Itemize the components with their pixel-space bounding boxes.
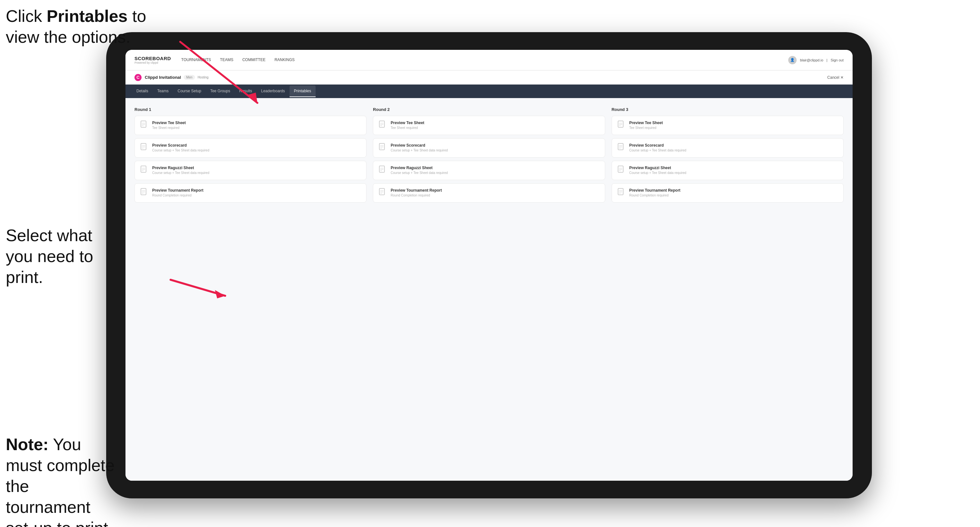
- round-2-tee-sheet-title: Preview Tee Sheet: [391, 121, 600, 125]
- svg-rect-48: [618, 189, 623, 195]
- round-1-tournament-report-subtitle: Round Completion required: [152, 194, 361, 197]
- svg-rect-20: [379, 121, 385, 127]
- round-1-raguzzi-card[interactable]: Preview Raguzzi Sheet Course setup + Tee…: [135, 161, 366, 180]
- svg-rect-16: [141, 189, 146, 195]
- round-1-scorecard-subtitle: Course setup + Tee Sheet data required: [152, 149, 361, 152]
- round-3-tournament-report-info: Preview Tournament Report Round Completi…: [629, 188, 838, 197]
- round-3-section: Round 3 Preview Tee Sheet Tee Sheet requ…: [612, 107, 843, 206]
- round-3-tournament-report-card[interactable]: Preview Tournament Report Round Completi…: [612, 183, 843, 203]
- document-icon-5: [379, 121, 387, 130]
- svg-rect-28: [379, 166, 385, 172]
- svg-marker-1: [248, 93, 258, 103]
- svg-rect-36: [618, 121, 623, 127]
- document-icon-12: [617, 188, 625, 198]
- round-2-tournament-report-title: Preview Tournament Report: [391, 188, 600, 193]
- document-icon-11: [617, 166, 625, 175]
- round-3-raguzzi-info: Preview Raguzzi Sheet Course setup + Tee…: [629, 166, 838, 175]
- nav-links: TOURNAMENTS TEAMS COMMITTEE RANKINGS: [181, 56, 788, 64]
- round-1-raguzzi-title: Preview Raguzzi Sheet: [152, 166, 361, 170]
- tab-printables[interactable]: Printables: [290, 86, 316, 97]
- round-2-raguzzi-subtitle: Course setup + Tee Sheet data required: [391, 171, 600, 175]
- round-1-scorecard-title: Preview Scorecard: [152, 143, 361, 148]
- round-3-tee-sheet-card[interactable]: Preview Tee Sheet Tee Sheet required: [612, 116, 843, 135]
- round-3-tee-sheet-subtitle: Tee Sheet required: [629, 126, 838, 130]
- document-icon-10: [617, 143, 625, 153]
- document-icon-7: [379, 166, 387, 175]
- svg-rect-44: [618, 166, 623, 172]
- round-1-tournament-report-info: Preview Tournament Report Round Completi…: [152, 188, 361, 197]
- instruction-middle: Select what you need to print.: [6, 225, 109, 288]
- svg-rect-8: [141, 143, 146, 150]
- document-icon-3: [140, 166, 148, 175]
- round-3-tournament-report-subtitle: Round Completion required: [629, 194, 838, 197]
- nav-rankings[interactable]: RANKINGS: [274, 56, 295, 64]
- document-icon-8: [379, 188, 387, 198]
- round-1-tournament-report-card[interactable]: Preview Tournament Report Round Completi…: [135, 183, 366, 203]
- instruction-bottom-text: Note: You must complete the tournament s…: [6, 435, 115, 527]
- round-3-tee-sheet-title: Preview Tee Sheet: [629, 121, 838, 125]
- user-avatar: 👤: [788, 56, 797, 64]
- document-icon-4: [140, 188, 148, 198]
- round-3-raguzzi-subtitle: Course setup + Tee Sheet data required: [629, 171, 838, 175]
- round-2-tournament-report-card[interactable]: Preview Tournament Report Round Completi…: [373, 183, 605, 203]
- separator: |: [827, 58, 827, 62]
- round-2-scorecard-card[interactable]: Preview Scorecard Course setup + Tee She…: [373, 138, 605, 157]
- round-2-raguzzi-title: Preview Raguzzi Sheet: [391, 166, 600, 170]
- svg-rect-40: [618, 143, 623, 150]
- round-2-tournament-report-subtitle: Round Completion required: [391, 194, 600, 197]
- round-2-raguzzi-info: Preview Raguzzi Sheet Course setup + Tee…: [391, 166, 600, 175]
- round-2-tournament-report-info: Preview Tournament Report Round Completi…: [391, 188, 600, 197]
- cancel-button[interactable]: Cancel ✕: [827, 75, 843, 80]
- svg-rect-24: [379, 143, 385, 150]
- round-1-tee-sheet-subtitle: Tee Sheet required: [152, 126, 361, 130]
- round-1-tournament-report-title: Preview Tournament Report: [152, 188, 361, 193]
- document-icon-9: [617, 121, 625, 130]
- round-3-raguzzi-title: Preview Raguzzi Sheet: [629, 166, 838, 170]
- round-1-raguzzi-subtitle: Course setup + Tee Sheet data required: [152, 171, 361, 175]
- round-2-scorecard-title: Preview Scorecard: [391, 143, 600, 148]
- round-2-section: Round 2 Preview Tee Sheet Tee Sheet requ…: [373, 107, 605, 206]
- round-3-title: Round 3: [612, 107, 843, 112]
- round-3-tee-sheet-info: Preview Tee Sheet Tee Sheet required: [629, 121, 838, 130]
- instruction-middle-text: Select what you need to print.: [6, 226, 93, 286]
- user-email: blair@clippd.io: [800, 58, 823, 62]
- round-2-title: Round 2: [373, 107, 605, 112]
- svg-line-0: [180, 42, 258, 103]
- round-1-raguzzi-info: Preview Raguzzi Sheet Course setup + Tee…: [152, 166, 361, 175]
- instruction-bottom: Note: You must complete the tournament s…: [6, 434, 115, 527]
- round-2-tee-sheet-subtitle: Tee Sheet required: [391, 126, 600, 130]
- document-icon-6: [379, 143, 387, 153]
- round-3-raguzzi-card[interactable]: Preview Raguzzi Sheet Course setup + Tee…: [612, 161, 843, 180]
- arrow-middle: [100, 270, 235, 312]
- svg-marker-3: [215, 290, 225, 298]
- svg-rect-12: [141, 166, 146, 172]
- round-2-tee-sheet-info: Preview Tee Sheet Tee Sheet required: [391, 121, 600, 130]
- round-2-scorecard-info: Preview Scorecard Course setup + Tee She…: [391, 143, 600, 152]
- round-1-scorecard-info: Preview Scorecard Course setup + Tee She…: [152, 143, 361, 152]
- nav-right: 👤 blair@clippd.io | Sign out: [788, 56, 843, 64]
- round-1-scorecard-card[interactable]: Preview Scorecard Course setup + Tee She…: [135, 138, 366, 157]
- round-2-scorecard-subtitle: Course setup + Tee Sheet data required: [391, 149, 600, 152]
- round-2-tee-sheet-card[interactable]: Preview Tee Sheet Tee Sheet required: [373, 116, 605, 135]
- sign-out-link[interactable]: Sign out: [831, 58, 843, 62]
- round-3-tournament-report-title: Preview Tournament Report: [629, 188, 838, 193]
- round-3-scorecard-title: Preview Scorecard: [629, 143, 838, 148]
- round-3-scorecard-card[interactable]: Preview Scorecard Course setup + Tee She…: [612, 138, 843, 157]
- round-3-scorecard-subtitle: Course setup + Tee Sheet data required: [629, 149, 838, 152]
- arrow-top: [110, 38, 270, 122]
- document-icon-2: [140, 143, 148, 153]
- round-3-scorecard-info: Preview Scorecard Course setup + Tee She…: [629, 143, 838, 152]
- round-2-raguzzi-card[interactable]: Preview Raguzzi Sheet Course setup + Tee…: [373, 161, 605, 180]
- svg-rect-32: [379, 189, 385, 195]
